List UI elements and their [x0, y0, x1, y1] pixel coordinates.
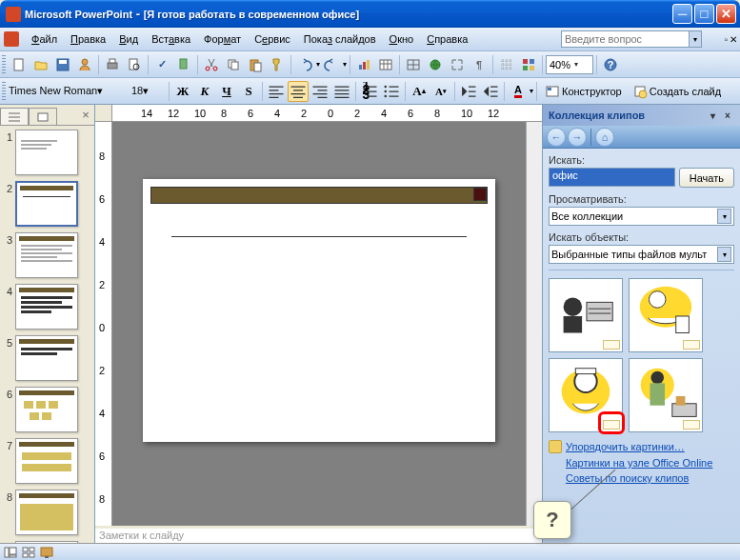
menu-insert[interactable]: Вставка	[145, 30, 197, 48]
research-button[interactable]	[173, 54, 194, 75]
search-go-button[interactable]: Начать	[679, 168, 734, 188]
search-input[interactable]: офис	[549, 168, 675, 187]
menu-tools[interactable]: Сервис	[248, 30, 297, 48]
vertical-scrollbar[interactable]	[526, 122, 542, 526]
thumbnail[interactable]	[15, 387, 78, 432]
menu-slideshow[interactable]: Показ слайдов	[297, 30, 383, 48]
notes-pane[interactable]: Заметки к слайду	[95, 526, 542, 543]
taskpane-close-button[interactable]: ×	[721, 109, 734, 122]
mdi-close-button[interactable]: ✕	[730, 34, 737, 45]
help-button[interactable]: ?	[600, 54, 621, 75]
bullets-button[interactable]	[381, 81, 402, 102]
thumbnail[interactable]	[15, 130, 78, 175]
menu-edit[interactable]: Правка	[64, 30, 112, 48]
decrease-font-button[interactable]: A▾	[430, 81, 451, 102]
zoom-dropdown[interactable]: 40%▾	[546, 55, 593, 74]
clipart-item[interactable]	[549, 358, 623, 432]
close-button[interactable]: ✕	[716, 4, 736, 24]
chart-button[interactable]	[353, 54, 374, 75]
align-center-button[interactable]	[288, 81, 309, 102]
slide[interactable]	[143, 179, 495, 442]
print-button[interactable]	[102, 54, 123, 75]
copy-button[interactable]	[223, 54, 244, 75]
align-left-button[interactable]	[266, 81, 287, 102]
decrease-indent-button[interactable]	[458, 81, 479, 102]
thumbnail[interactable]	[15, 490, 78, 535]
open-button[interactable]	[30, 54, 51, 75]
toolbar-grip[interactable]	[2, 82, 6, 101]
clipart-item[interactable]	[549, 278, 623, 352]
align-right-button[interactable]	[310, 81, 330, 102]
redo-dropdown[interactable]: ▾	[343, 60, 347, 69]
outline-tab[interactable]	[0, 108, 29, 125]
underline-button[interactable]: Ч	[216, 81, 237, 102]
clipart-item[interactable]	[629, 358, 703, 432]
help-callout[interactable]: ?	[533, 501, 571, 539]
fontsize-dropdown[interactable]: 18▾	[131, 85, 166, 97]
color-button[interactable]	[518, 54, 539, 75]
nav-back-button[interactable]: ←	[547, 128, 566, 147]
thumb-row[interactable]: 5	[4, 335, 90, 381]
normal-view-button[interactable]	[2, 545, 19, 560]
thumb-row[interactable]: 7	[4, 438, 90, 484]
grid-button[interactable]	[496, 54, 517, 75]
thumbnail[interactable]	[15, 181, 78, 227]
hyperlink-button[interactable]	[425, 54, 446, 75]
objects-select[interactable]: Выбранные типы файлов мульт▾	[549, 245, 734, 264]
menu-file[interactable]: Файл	[25, 30, 64, 48]
slide-area[interactable]	[112, 122, 526, 526]
expand-button[interactable]	[447, 54, 468, 75]
maximize-button[interactable]: □	[694, 4, 714, 24]
align-justify-button[interactable]	[331, 81, 352, 102]
nav-home-button[interactable]: ⌂	[595, 128, 614, 147]
toolbar-grip[interactable]	[2, 55, 6, 74]
increase-font-button[interactable]: A▴	[409, 81, 430, 102]
spelling-button[interactable]: ✓	[151, 54, 172, 75]
thumbnails-list[interactable]: 1 2 3 4 5 6 7 8 9	[0, 126, 94, 543]
menu-help[interactable]: Справка	[420, 30, 474, 48]
new-slide-button[interactable]: Создать слайд	[628, 81, 726, 102]
help-search-dropdown[interactable]: ▾	[690, 30, 702, 48]
shadow-button[interactable]: S	[238, 81, 259, 102]
italic-button[interactable]: К	[194, 81, 215, 102]
bold-button[interactable]: Ж	[172, 81, 193, 102]
format-painter-button[interactable]	[267, 54, 288, 75]
table-button[interactable]	[375, 54, 396, 75]
thumb-row[interactable]: 9	[4, 541, 90, 543]
paste-button[interactable]	[245, 54, 266, 75]
save-button[interactable]	[52, 54, 73, 75]
numbering-button[interactable]: 123	[359, 81, 380, 102]
slideshow-view-button[interactable]	[38, 545, 55, 560]
thumb-row[interactable]: 2	[4, 181, 90, 227]
thumbnail[interactable]	[15, 541, 78, 543]
thumbnail[interactable]	[15, 335, 78, 381]
browse-select[interactable]: Все коллекции▾	[549, 207, 734, 226]
font-color-dropdown[interactable]: ▾	[530, 87, 533, 95]
taskpane-menu-button[interactable]: ▾	[706, 109, 719, 122]
thumbnail[interactable]	[15, 284, 78, 330]
help-search-input[interactable]	[561, 30, 690, 48]
menu-format[interactable]: Формат	[197, 30, 248, 48]
thumbnail[interactable]	[15, 438, 78, 484]
preview-button[interactable]	[124, 54, 145, 75]
font-color-button[interactable]: A	[508, 81, 529, 102]
close-pane-button[interactable]: ×	[77, 105, 94, 125]
thumb-row[interactable]: 1	[4, 130, 90, 175]
online-link[interactable]: Картинки на узле Office Online	[549, 457, 734, 469]
thumb-row[interactable]: 3	[4, 232, 90, 278]
new-button[interactable]	[9, 54, 30, 75]
menu-view[interactable]: Вид	[112, 30, 145, 48]
clipart-item[interactable]	[629, 278, 703, 352]
tips-link[interactable]: Советы по поиску клипов	[549, 472, 734, 484]
thumb-row[interactable]: 4	[4, 284, 90, 330]
increase-indent-button[interactable]	[480, 81, 501, 102]
show-formatting-button[interactable]: ¶	[469, 54, 490, 75]
redo-button[interactable]	[321, 54, 342, 75]
undo-dropdown[interactable]: ▾	[316, 60, 320, 69]
cut-button[interactable]	[201, 54, 222, 75]
organize-link[interactable]: Упорядочить картинки…	[549, 440, 734, 453]
thumbnail[interactable]	[15, 232, 78, 278]
thumb-row[interactable]: 6	[4, 387, 90, 432]
undo-button[interactable]	[294, 54, 315, 75]
mdi-restore-button[interactable]: ▫	[724, 34, 728, 45]
